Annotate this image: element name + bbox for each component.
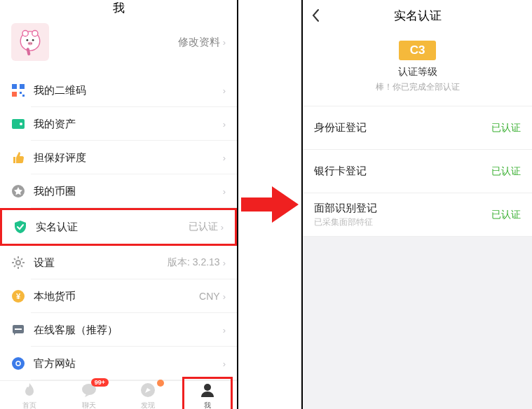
svg-text:¥: ¥	[16, 292, 21, 300]
item-status: 已认证	[491, 122, 521, 134]
flame-icon	[20, 381, 39, 399]
currency-value: CNY	[199, 291, 220, 302]
star-icon	[11, 184, 25, 198]
currency-icon: ¥	[11, 289, 25, 303]
item-title: 身份证登记	[314, 121, 491, 134]
chevron-right-icon: ›	[223, 119, 226, 130]
menu-label: 本地货币	[34, 290, 191, 303]
chevron-right-icon: ›	[223, 359, 226, 369]
tab-label: 发现	[141, 401, 155, 409]
svg-point-25	[204, 384, 211, 391]
avatar	[11, 23, 49, 61]
item-status: 已认证	[491, 209, 521, 221]
menu-local-currency[interactable]: ¥ 本地货币 CNY ›	[0, 279, 237, 313]
me-screen: 我 修改资料 ›	[0, 0, 237, 409]
item-title: 面部识别登记	[314, 202, 491, 215]
badge: 99+	[91, 378, 109, 387]
edit-profile-link[interactable]: 修改资料 ›	[178, 36, 226, 49]
menu-coin-circle[interactable]: 我的币圈 ›	[0, 174, 237, 208]
menu-label: 担保好评度	[34, 151, 214, 165]
menu-label: 我的资产	[34, 118, 214, 131]
page-title: 实名认证	[394, 8, 442, 24]
chevron-right-icon: ›	[223, 291, 226, 302]
svg-rect-13	[22, 95, 25, 97]
menu-assets[interactable]: 我的资产 ›	[0, 107, 237, 141]
menu-qrcode[interactable]: 我的二维码 ›	[0, 74, 237, 107]
edit-profile-label: 修改资料	[178, 36, 220, 49]
notification-dot	[157, 380, 164, 387]
chevron-right-icon: ›	[223, 37, 226, 48]
menu-label: 设置	[34, 256, 159, 270]
svg-point-4	[32, 39, 34, 41]
svg-point-22	[12, 357, 25, 370]
tab-discover[interactable]: 发现	[118, 381, 178, 409]
menu-verify[interactable]: 实名认证 已认证 ›	[0, 208, 237, 246]
hero-sub: 棒！你已完成全部认证	[303, 81, 532, 93]
tab-me[interactable]: 我	[178, 381, 238, 409]
svg-point-1	[22, 31, 28, 36]
person-icon	[198, 381, 217, 399]
shield-check-icon	[13, 220, 27, 234]
menu-support[interactable]: 在线客服（推荐） ›	[0, 313, 237, 347]
svg-rect-10	[20, 84, 25, 89]
link-icon	[11, 356, 25, 370]
tab-chat[interactable]: 99+ 聊天	[60, 381, 119, 409]
header: 实名认证	[303, 0, 532, 31]
svg-point-3	[27, 39, 29, 41]
svg-point-17	[16, 261, 20, 265]
menu-label: 官方网站	[34, 357, 214, 370]
tab-home[interactable]: 首页	[0, 381, 60, 409]
empty-area	[303, 237, 532, 409]
arrow-right-icon	[240, 185, 300, 224]
thumbs-up-icon	[11, 151, 25, 165]
chevron-right-icon: ›	[223, 325, 226, 335]
svg-rect-12	[20, 92, 22, 94]
svg-rect-21	[15, 328, 22, 330]
profile-row[interactable]: 修改资料 ›	[0, 16, 237, 74]
svg-point-7	[31, 43, 32, 43]
svg-rect-9	[12, 84, 17, 89]
menu-website[interactable]: 官方网站 ›	[0, 347, 237, 380]
chevron-right-icon: ›	[223, 153, 226, 163]
menu-rating[interactable]: 担保好评度 ›	[0, 141, 237, 174]
qrcode-icon	[11, 83, 25, 97]
gear-icon	[11, 256, 25, 270]
svg-rect-14	[12, 119, 25, 129]
tab-label: 首页	[22, 401, 36, 409]
chevron-right-icon: ›	[221, 222, 224, 233]
menu-label: 我的币圈	[34, 185, 214, 198]
chevron-right-icon: ›	[223, 186, 226, 197]
menu-label: 在线客服（推荐）	[34, 324, 214, 337]
svg-point-15	[20, 123, 22, 125]
compass-icon	[139, 381, 157, 399]
verify-item-face[interactable]: 面部识别登记 已采集面部特征 已认证	[303, 193, 532, 237]
tab-label: 聊天	[82, 401, 96, 409]
menu-settings[interactable]: 设置 版本: 3.2.13 ›	[0, 246, 237, 279]
item-status: 已认证	[491, 165, 521, 178]
svg-point-2	[32, 31, 38, 36]
wallet-icon	[11, 117, 25, 131]
page-title: 我	[0, 0, 237, 16]
chat-icon	[11, 323, 25, 337]
tab-label: 我	[204, 401, 211, 409]
verify-item-bank[interactable]: 银行卡登记 已认证	[303, 150, 532, 193]
verify-screen: 实名认证 C3 认证等级 棒！你已完成全部认证 身份证登记 已认证 银行卡登记 …	[303, 0, 532, 409]
item-sub: 已采集面部特征	[314, 216, 491, 228]
verify-status: 已认证	[189, 221, 218, 233]
hero-title: 认证等级	[303, 66, 532, 78]
verify-hero: C3 认证等级 棒！你已完成全部认证	[303, 31, 532, 106]
level-badge: C3	[399, 41, 437, 60]
svg-point-6	[29, 43, 29, 43]
divider	[237, 0, 303, 409]
svg-rect-11	[12, 92, 17, 97]
menu-label: 实名认证	[36, 221, 180, 234]
back-button[interactable]	[311, 0, 320, 31]
chevron-right-icon: ›	[223, 85, 226, 96]
tabbar: 首页 99+ 聊天 发现 我	[0, 380, 237, 409]
version-text: 版本: 3.2.13	[168, 256, 220, 269]
svg-point-5	[28, 42, 33, 46]
verify-item-id[interactable]: 身份证登记 已认证	[303, 106, 532, 150]
menu-label: 我的二维码	[34, 84, 214, 97]
item-title: 银行卡登记	[314, 165, 491, 178]
chevron-right-icon: ›	[223, 258, 226, 268]
